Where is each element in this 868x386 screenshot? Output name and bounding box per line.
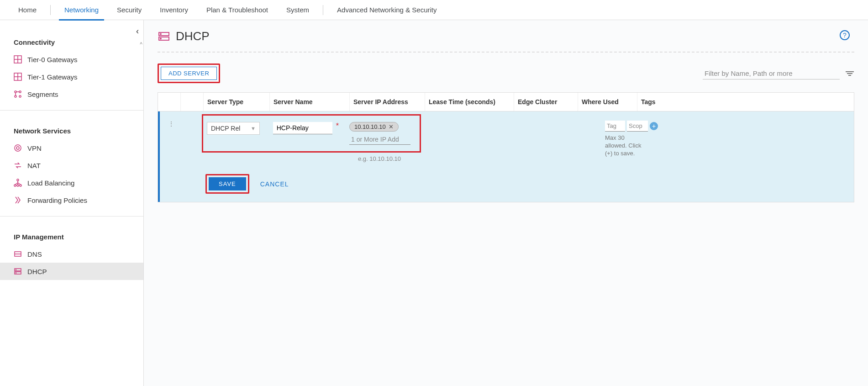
page-header: DHCP bbox=[158, 29, 854, 52]
svg-point-15 bbox=[14, 185, 16, 186]
action-row: SAVE CANCEL bbox=[158, 169, 854, 202]
sidebar-item-nat[interactable]: NAT bbox=[0, 157, 143, 174]
nav-divider bbox=[50, 5, 51, 15]
close-icon[interactable]: ✕ bbox=[389, 123, 394, 130]
column-lease-time: Lease Time (seconds) bbox=[425, 93, 514, 111]
tab-security[interactable]: Security bbox=[108, 0, 151, 20]
sidebar-item-label: Segments bbox=[27, 90, 58, 98]
sidebar-item-label: Load Balancing bbox=[27, 179, 74, 187]
server-type-value: DHCP Rel bbox=[211, 125, 240, 132]
ip-chip[interactable]: 10.10.10.10 ✕ bbox=[349, 122, 399, 132]
filter-input[interactable] bbox=[703, 68, 840, 79]
ip-hint: e.g. 10.10.10.10 bbox=[358, 155, 421, 162]
add-tag-icon[interactable]: + bbox=[650, 122, 658, 130]
tab-inventory[interactable]: Inventory bbox=[151, 0, 197, 20]
help-icon[interactable]: ? bbox=[840, 30, 850, 40]
svg-point-16 bbox=[17, 185, 19, 186]
vpn-icon bbox=[14, 144, 22, 152]
sidebar-item-dhcp[interactable]: DHCP bbox=[0, 263, 143, 280]
dhcp-grid: Server Type Server Name Server IP Addres… bbox=[158, 92, 854, 202]
sidebar-item-dns[interactable]: DNS bbox=[0, 245, 143, 263]
sidebar-item-label: DHCP bbox=[27, 268, 47, 275]
top-nav: Home Networking Security Inventory Plan … bbox=[0, 0, 868, 20]
sidebar-divider bbox=[0, 216, 143, 217]
sidebar: ‹‹ ^ Connectivity Tier-0 Gateways Tier-1… bbox=[0, 20, 144, 386]
svg-point-12 bbox=[15, 145, 21, 151]
tab-system[interactable]: System bbox=[277, 0, 318, 20]
add-server-button[interactable]: ADD SERVER bbox=[161, 67, 217, 80]
tab-advanced-networking[interactable]: Advanced Networking & Security bbox=[328, 0, 446, 20]
tab-networking[interactable]: Networking bbox=[55, 0, 108, 20]
tab-plan-troubleshoot[interactable]: Plan & Troubleshoot bbox=[197, 0, 277, 20]
sidebar-item-segments[interactable]: Segments bbox=[0, 85, 143, 103]
lease-cell bbox=[421, 119, 510, 162]
column-edge-cluster: Edge Cluster bbox=[514, 93, 578, 111]
column-tags: Tags bbox=[637, 93, 854, 111]
ip-input[interactable] bbox=[349, 134, 410, 145]
sidebar-item-label: Tier-1 Gateways bbox=[27, 73, 77, 81]
chevron-down-icon: ▼ bbox=[251, 126, 256, 131]
svg-line-19 bbox=[15, 183, 18, 185]
svg-point-9 bbox=[19, 95, 21, 97]
highlight-box: DHCP Rel ▼ * 10.10.10.10 bbox=[202, 114, 421, 153]
sidebar-item-label: VPN bbox=[27, 144, 42, 152]
nat-icon bbox=[14, 161, 22, 169]
column-where-used: Where Used bbox=[578, 93, 637, 111]
sidebar-item-load-balancing[interactable]: Load Balancing bbox=[0, 174, 143, 191]
forwarding-icon bbox=[14, 196, 22, 204]
edge-cell bbox=[510, 119, 574, 162]
sidebar-section-network-services: Network Services bbox=[0, 118, 143, 139]
svg-point-30 bbox=[160, 38, 161, 39]
svg-point-6 bbox=[15, 91, 16, 93]
sidebar-section-ip-management: IP Management bbox=[0, 224, 143, 245]
filter-icon[interactable] bbox=[845, 69, 854, 78]
sidebar-item-label: Forwarding Policies bbox=[27, 196, 87, 204]
sidebar-item-label: DNS bbox=[27, 250, 42, 258]
nav-divider bbox=[323, 5, 323, 15]
server-name-input[interactable] bbox=[273, 122, 332, 134]
toolbar: ADD SERVER bbox=[158, 63, 854, 83]
sidebar-item-forwarding[interactable]: Forwarding Policies bbox=[0, 191, 143, 209]
tag-hint: Max 30 allowed. Click (+) to save. bbox=[605, 134, 850, 158]
sidebar-item-tier0[interactable]: Tier-0 Gateways bbox=[0, 51, 143, 68]
svg-line-20 bbox=[18, 183, 21, 185]
row-menu-icon[interactable]: ⋮ bbox=[160, 119, 183, 162]
gateway-icon bbox=[14, 73, 22, 81]
grid-header: Server Type Server Name Server IP Addres… bbox=[158, 93, 854, 111]
column-server-type: Server Type bbox=[204, 93, 270, 111]
main-content: ? DHCP ADD SERVER Server Type Server Na bbox=[144, 20, 868, 386]
column-server-ip: Server IP Address bbox=[350, 93, 425, 111]
svg-point-26 bbox=[16, 273, 16, 273]
segments-icon bbox=[14, 90, 22, 98]
page-title: DHCP bbox=[176, 29, 210, 43]
tab-home[interactable]: Home bbox=[9, 0, 46, 20]
dashed-divider bbox=[158, 52, 854, 53]
ip-chip-value: 10.10.10.10 bbox=[354, 123, 386, 130]
scope-input[interactable] bbox=[627, 121, 648, 132]
column-server-name: Server Name bbox=[270, 93, 350, 111]
column-expand bbox=[181, 93, 204, 111]
sidebar-item-label: Tier-0 Gateways bbox=[27, 56, 77, 63]
required-indicator: * bbox=[336, 122, 339, 130]
svg-point-25 bbox=[16, 270, 16, 270]
cancel-button[interactable]: CANCEL bbox=[260, 180, 289, 188]
sidebar-item-label: NAT bbox=[27, 162, 41, 169]
column-menu bbox=[158, 93, 181, 111]
highlight-box: ADD SERVER bbox=[158, 63, 220, 83]
svg-point-7 bbox=[19, 91, 21, 93]
sidebar-item-tier1[interactable]: Tier-1 Gateways bbox=[0, 68, 143, 85]
server-type-select[interactable]: DHCP Rel ▼ bbox=[207, 122, 260, 135]
scroll-up-icon[interactable]: ^ bbox=[140, 41, 142, 48]
sidebar-section-connectivity: Connectivity bbox=[0, 20, 143, 51]
tag-input[interactable] bbox=[605, 121, 625, 132]
svg-point-17 bbox=[20, 185, 21, 186]
gateway-icon bbox=[14, 55, 22, 63]
dhcp-icon bbox=[158, 30, 170, 43]
svg-point-14 bbox=[17, 179, 19, 181]
grid-row-edit: ⋮ DHCP Rel ▼ * bbox=[158, 111, 854, 169]
sidebar-item-vpn[interactable]: VPN bbox=[0, 139, 143, 157]
dhcp-icon bbox=[14, 267, 22, 275]
svg-point-8 bbox=[15, 95, 16, 97]
save-button[interactable]: SAVE bbox=[209, 177, 246, 190]
svg-point-29 bbox=[160, 33, 161, 34]
